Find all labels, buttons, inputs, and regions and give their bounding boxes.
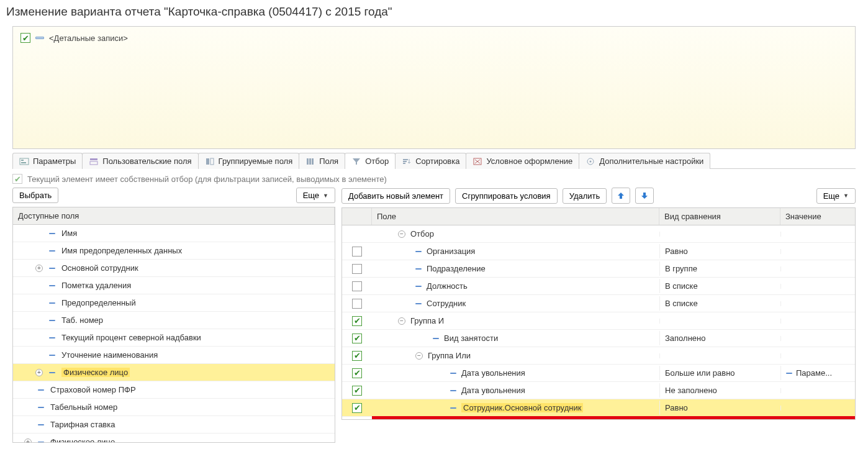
filter-header-comp: Вид сравнения — [659, 208, 780, 225]
collapse-icon[interactable]: − — [398, 317, 405, 325]
svg-rect-11 — [403, 161, 407, 162]
field-row-predef_name[interactable]: Имя предопределенных данных — [13, 242, 335, 260]
detail-records-row[interactable]: <Детальные записи> — [20, 33, 848, 43]
tab-filter[interactable]: Отбор — [345, 153, 396, 169]
filter-value[interactable] — [780, 301, 855, 306]
filter-value[interactable] — [780, 406, 855, 411]
filter-comparison[interactable] — [659, 232, 780, 237]
field-label: Уточнение наименования — [61, 350, 158, 360]
row-checkbox[interactable] — [352, 281, 362, 291]
filter-row[interactable]: ДолжностьВ списке — [342, 278, 855, 295]
filter-comparison[interactable] — [659, 353, 780, 358]
tab-parameters[interactable]: Параметры — [12, 153, 83, 169]
filter-comparison[interactable]: Заполнено — [659, 331, 780, 345]
field-row-phys2[interactable]: +Физическое лицо — [13, 434, 335, 442]
row-checkbox[interactable] — [352, 247, 362, 257]
filter-comparison[interactable]: Не заполнено — [659, 383, 780, 397]
expand-icon[interactable]: + — [35, 265, 43, 272]
row-checkbox[interactable] — [352, 316, 362, 326]
filter-comparison[interactable]: Больше или равно — [659, 366, 780, 380]
field-row-phys[interactable]: +Физическое лицо — [13, 364, 335, 381]
filter-row[interactable]: Сотрудник.Основной сотрудникРавно — [342, 399, 855, 417]
filter-field-label: Должность — [427, 281, 468, 291]
filter-value[interactable] — [780, 336, 855, 341]
move-up-button[interactable] — [612, 188, 630, 204]
filter-value[interactable] — [780, 388, 855, 393]
available-fields-body[interactable]: ИмяИмя предопределенных данных+Основной … — [13, 225, 335, 442]
filter-field-label: Вид занятости — [444, 334, 498, 343]
filter-comparison[interactable]: В списке — [659, 296, 780, 311]
tab-sort[interactable]: Сортировка — [395, 153, 466, 169]
field-row-north_pct[interactable]: Текущий процент северной надбавки — [13, 329, 335, 347]
filter-comparison[interactable]: Равно — [659, 401, 780, 415]
filter-comparison[interactable]: В списке — [659, 279, 780, 293]
field-icon — [415, 303, 422, 304]
tab-user-fields-label: Пользовательские поля — [102, 157, 191, 166]
filter-header-checkbox — [342, 208, 372, 225]
filter-value[interactable] — [780, 353, 855, 358]
svg-rect-5 — [206, 158, 209, 165]
more-left-button[interactable]: Еще▼ — [296, 188, 335, 203]
filter-value[interactable] — [780, 232, 855, 237]
tab-cond-format[interactable]: Условное оформление — [466, 153, 579, 169]
expand-icon[interactable]: + — [24, 438, 32, 443]
field-row-pfr[interactable]: Страховой номер ПФР — [13, 381, 335, 399]
filter-value[interactable] — [780, 249, 855, 254]
filter-row[interactable]: ПодразделениеВ группе — [342, 260, 855, 278]
row-checkbox[interactable] — [352, 386, 362, 396]
group-conditions-button[interactable]: Сгруппировать условия — [455, 188, 558, 204]
filter-comparison[interactable]: В группе — [659, 261, 780, 276]
filter-row[interactable]: СотрудникВ списке — [342, 295, 855, 312]
filter-grid-body[interactable]: −ОтборОрганизацияРавноПодразделениеВ гру… — [342, 225, 855, 419]
delete-button[interactable]: Удалить — [563, 188, 607, 204]
svg-rect-0 — [20, 158, 29, 165]
tab-extra[interactable]: Дополнительные настройки — [579, 153, 710, 169]
field-row-tab_no2[interactable]: Табельный номер — [13, 399, 335, 416]
field-row-name_clar[interactable]: Уточнение наименования — [13, 347, 335, 364]
row-checkbox[interactable] — [352, 264, 362, 274]
add-element-button[interactable]: Добавить новый элемент — [341, 188, 450, 204]
own-filter-line: Текущий элемент имеет собственный отбор … — [12, 174, 856, 184]
filter-row[interactable]: Вид занятостиЗаполнено — [342, 330, 855, 347]
sort-icon — [402, 157, 412, 166]
more-right-button[interactable]: Еще▼ — [816, 188, 856, 204]
own-filter-checkbox[interactable] — [12, 174, 22, 184]
collapse-icon[interactable]: − — [415, 352, 423, 360]
row-checkbox[interactable] — [352, 351, 362, 361]
arrow-down-icon — [641, 192, 648, 199]
filter-value[interactable] — [780, 266, 855, 271]
filter-row[interactable]: −Отбор — [342, 225, 855, 243]
tab-fields[interactable]: Поля — [299, 153, 345, 169]
field-row-predef[interactable]: Предопределенный — [13, 294, 335, 312]
filter-value[interactable] — [780, 319, 855, 324]
field-row-del_mark[interactable]: Пометка удаления — [13, 277, 335, 294]
filter-row[interactable]: ОрганизацияРавно — [342, 243, 855, 260]
field-row-main_emp[interactable]: +Основной сотрудник — [13, 260, 335, 277]
expand-icon[interactable]: + — [35, 369, 43, 376]
filter-field-label: Отбор — [410, 229, 434, 238]
filter-value[interactable] — [780, 284, 855, 289]
detail-records-checkbox[interactable] — [20, 33, 30, 43]
choose-button[interactable]: Выбрать — [12, 188, 58, 203]
row-checkbox[interactable] — [352, 368, 362, 378]
row-checkbox[interactable] — [352, 403, 362, 413]
filter-value[interactable]: Параме... — [780, 366, 855, 380]
row-checkbox[interactable] — [352, 299, 362, 309]
tab-group-fields[interactable]: Группируемые поля — [198, 153, 300, 169]
tab-filter-label: Отбор — [365, 157, 389, 166]
field-row-rate[interactable]: Тарифная ставка — [13, 416, 335, 434]
move-down-button[interactable] — [635, 188, 654, 204]
field-icon — [38, 407, 44, 408]
field-row-name[interactable]: Имя — [13, 225, 335, 242]
collapse-icon[interactable]: − — [398, 230, 405, 238]
filter-row[interactable]: −Группа И — [342, 312, 855, 330]
field-row-tab_no[interactable]: Таб. номер — [13, 312, 335, 329]
row-checkbox[interactable] — [352, 334, 362, 343]
tab-user-fields[interactable]: Пользовательские поля — [82, 153, 198, 169]
cond-format-icon — [472, 157, 482, 166]
filter-row[interactable]: −Группа Или — [342, 347, 855, 365]
filter-row[interactable]: Дата увольненияБольше или равноПараме... — [342, 365, 855, 382]
filter-comparison[interactable] — [659, 319, 780, 324]
filter-comparison[interactable]: Равно — [659, 244, 780, 258]
filter-row[interactable]: Дата увольненияНе заполнено — [342, 382, 855, 399]
